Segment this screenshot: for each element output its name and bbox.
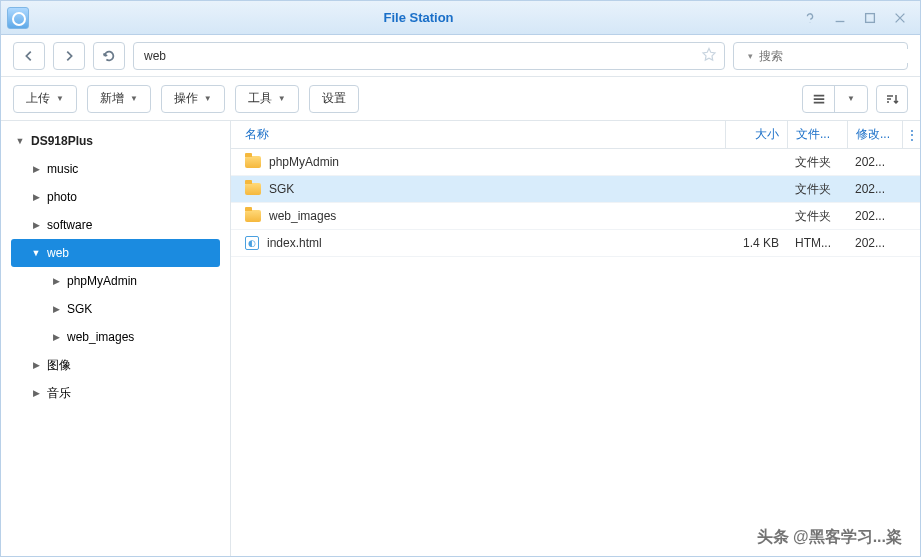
cell-name: SGK xyxy=(231,182,725,196)
folder-icon xyxy=(245,183,261,195)
cell-date: 202... xyxy=(847,209,902,223)
chevron-right-icon: ▶ xyxy=(31,164,41,174)
view-mode-group: ▼ xyxy=(802,85,868,113)
cell-date: 202... xyxy=(847,236,902,250)
chevron-right-icon: ▶ xyxy=(51,332,61,342)
minimize-button[interactable] xyxy=(832,10,848,26)
chevron-down-icon: ▼ xyxy=(15,136,25,146)
chevron-down-icon: ▼ xyxy=(278,94,286,103)
folder-icon xyxy=(245,156,261,168)
list-view-button[interactable] xyxy=(803,86,835,112)
search-input[interactable] xyxy=(759,49,909,63)
col-header-size[interactable]: 大小 xyxy=(725,121,787,148)
tree-item-图像[interactable]: ▶图像 xyxy=(11,351,220,379)
cell-type: 文件夹 xyxy=(787,208,847,225)
settings-label: 设置 xyxy=(322,90,346,107)
app-icon xyxy=(7,7,29,29)
navbar: ▾ xyxy=(1,35,920,77)
cell-name: index.html xyxy=(231,236,725,250)
tree-item-label: phpMyAdmin xyxy=(67,274,137,288)
file-row[interactable]: web_images文件夹202... xyxy=(231,203,920,230)
toolbar: 上传▼ 新增▼ 操作▼ 工具▼ 设置 ▼ xyxy=(1,77,920,121)
tree-root[interactable]: ▼ DS918Plus xyxy=(11,127,220,155)
svg-rect-0 xyxy=(866,13,875,22)
cell-date: 202... xyxy=(847,182,902,196)
maximize-button[interactable] xyxy=(862,10,878,26)
cell-size: 1.4 KB xyxy=(725,236,787,250)
file-row[interactable]: phpMyAdmin文件夹202... xyxy=(231,149,920,176)
chevron-down-icon: ▼ xyxy=(56,94,64,103)
cell-type: 文件夹 xyxy=(787,154,847,171)
tree-item-label: web xyxy=(47,246,69,260)
upload-label: 上传 xyxy=(26,90,50,107)
back-button[interactable] xyxy=(13,42,45,70)
sort-button[interactable] xyxy=(876,85,908,113)
file-name: index.html xyxy=(267,236,322,250)
cell-type: 文件夹 xyxy=(787,181,847,198)
favorite-icon[interactable] xyxy=(701,46,717,65)
search-dropdown-caret[interactable]: ▾ xyxy=(748,51,753,61)
chevron-down-icon: ▼ xyxy=(31,248,41,258)
file-grid: 名称 大小 文件... 修改... ⋮ phpMyAdmin文件夹202...S… xyxy=(231,121,920,557)
chevron-right-icon: ▶ xyxy=(31,388,41,398)
chevron-down-icon: ▼ xyxy=(204,94,212,103)
action-label: 操作 xyxy=(174,90,198,107)
chevron-down-icon: ▼ xyxy=(130,94,138,103)
create-label: 新增 xyxy=(100,90,124,107)
tree-item-phpMyAdmin[interactable]: ▶phpMyAdmin xyxy=(11,267,220,295)
file-row[interactable]: SGK文件夹202... xyxy=(231,176,920,203)
col-header-menu[interactable]: ⋮ xyxy=(902,121,920,148)
cell-name: web_images xyxy=(231,209,725,223)
help-button[interactable] xyxy=(802,10,818,26)
chevron-right-icon: ▶ xyxy=(51,276,61,286)
chevron-right-icon: ▶ xyxy=(31,360,41,370)
col-header-type[interactable]: 文件... xyxy=(787,121,847,148)
window-title: File Station xyxy=(35,10,802,25)
tree-root-label: DS918Plus xyxy=(31,134,93,148)
chevron-down-icon: ▼ xyxy=(847,94,855,103)
tree-item-music[interactable]: ▶music xyxy=(11,155,220,183)
upload-button[interactable]: 上传▼ xyxy=(13,85,77,113)
cell-date: 202... xyxy=(847,155,902,169)
file-name: web_images xyxy=(269,209,336,223)
tree-item-SGK[interactable]: ▶SGK xyxy=(11,295,220,323)
chevron-right-icon: ▶ xyxy=(31,192,41,202)
tree-item-label: software xyxy=(47,218,92,232)
col-header-date[interactable]: 修改... xyxy=(847,121,902,148)
tree-item-label: SGK xyxy=(67,302,92,316)
grid-header: 名称 大小 文件... 修改... ⋮ xyxy=(231,121,920,149)
chevron-right-icon: ▶ xyxy=(51,304,61,314)
tools-label: 工具 xyxy=(248,90,272,107)
file-row[interactable]: index.html1.4 KBHTM...202... xyxy=(231,230,920,257)
tools-button[interactable]: 工具▼ xyxy=(235,85,299,113)
tree-item-label: photo xyxy=(47,190,77,204)
cell-name: phpMyAdmin xyxy=(231,155,725,169)
action-button[interactable]: 操作▼ xyxy=(161,85,225,113)
create-button[interactable]: 新增▼ xyxy=(87,85,151,113)
search-box[interactable]: ▾ xyxy=(733,42,908,70)
view-dropdown-button[interactable]: ▼ xyxy=(835,86,867,112)
sidebar: ▼ DS918Plus ▶music▶photo▶software▼web▶ph… xyxy=(1,121,231,557)
refresh-button[interactable] xyxy=(93,42,125,70)
tree-item-web[interactable]: ▼web xyxy=(11,239,220,267)
tree-item-web_images[interactable]: ▶web_images xyxy=(11,323,220,351)
html-file-icon xyxy=(245,236,259,250)
tree-item-software[interactable]: ▶software xyxy=(11,211,220,239)
tree-item-音乐[interactable]: ▶音乐 xyxy=(11,379,220,407)
col-header-name[interactable]: 名称 xyxy=(231,126,725,143)
settings-button[interactable]: 设置 xyxy=(309,85,359,113)
watermark-text: 头条 @黑客学习...粢 xyxy=(757,527,902,548)
path-input[interactable] xyxy=(133,42,725,70)
cell-type: HTM... xyxy=(787,236,847,250)
forward-button[interactable] xyxy=(53,42,85,70)
folder-icon xyxy=(245,210,261,222)
tree-item-label: 音乐 xyxy=(47,385,71,402)
chevron-right-icon: ▶ xyxy=(31,220,41,230)
file-name: SGK xyxy=(269,182,294,196)
close-button[interactable] xyxy=(892,10,908,26)
titlebar: File Station xyxy=(1,1,920,35)
tree-item-photo[interactable]: ▶photo xyxy=(11,183,220,211)
content: ▼ DS918Plus ▶music▶photo▶software▼web▶ph… xyxy=(1,121,920,557)
tree-item-label: web_images xyxy=(67,330,134,344)
window-controls xyxy=(802,10,914,26)
